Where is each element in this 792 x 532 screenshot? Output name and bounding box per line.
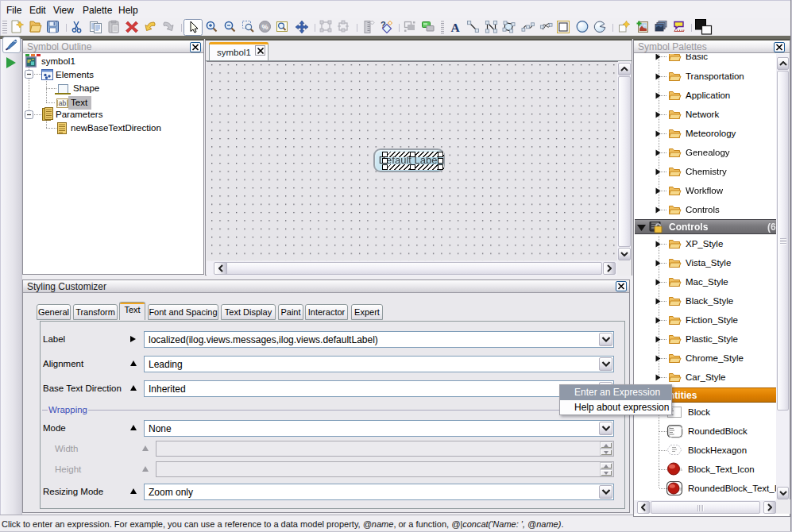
svg-text:%: % <box>261 23 268 31</box>
svg-text:ab: ab <box>59 99 67 107</box>
svg-text:A: A <box>450 21 460 34</box>
